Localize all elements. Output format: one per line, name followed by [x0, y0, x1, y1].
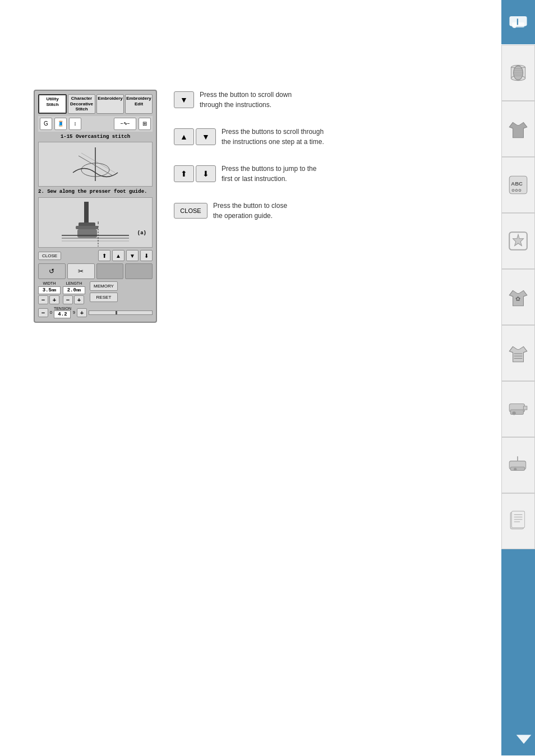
memory-reset-col: MEMORY RESET	[90, 281, 118, 302]
instruction-desc-2: Press the buttons to scroll throughthe i…	[222, 127, 324, 147]
stitch-G-icon[interactable]: G	[40, 118, 52, 130]
instruction-row-1: ▼ Press the button to scroll downthrough…	[174, 90, 490, 110]
shirt-pattern-icon	[507, 342, 529, 364]
needle-svg	[62, 145, 129, 184]
close-button-machine[interactable]: CLOSE	[38, 252, 61, 260]
instructions-area: ▼ Press the button to scroll downthrough…	[174, 90, 490, 238]
tool-scissors[interactable]: ✂	[67, 263, 95, 279]
svg-text:ABC: ABC	[511, 180, 523, 187]
close-button-large[interactable]: CLOSE	[174, 203, 207, 219]
abc-embroidery-icon: ABC ✿✿✿	[507, 174, 529, 196]
width-length-section: WIDTH 3.5mm − + LENGTH 2.0mm − + MEMORY …	[38, 281, 153, 304]
star-frame-icon	[507, 230, 529, 252]
shirt-icon	[507, 118, 529, 140]
tool-empty	[125, 263, 153, 279]
tension-scale	[89, 310, 153, 315]
memory-button[interactable]: MEMORY	[90, 281, 118, 291]
sidebar-tab-machine3[interactable]	[501, 437, 535, 493]
tension-max-label: 9	[73, 310, 75, 314]
tension-value: 4.2	[54, 310, 71, 318]
instruction-desc-1: Press the button to scroll downthrough t…	[200, 90, 292, 110]
tension-plus[interactable]: +	[77, 308, 87, 317]
sidebar-tab-shirt[interactable]	[501, 101, 535, 157]
document-icon	[507, 510, 529, 532]
arrow-icon[interactable]: ↕	[69, 118, 81, 130]
last-button[interactable]: ⬇	[196, 165, 216, 182]
svg-marker-54	[516, 735, 532, 744]
length-plus[interactable]: +	[74, 295, 84, 304]
width-controls: − +	[38, 295, 61, 304]
width-plus[interactable]: +	[49, 295, 59, 304]
instruction-desc-4: Press the button to closethe operation g…	[213, 201, 287, 221]
menu-character-stitch[interactable]: CharacterDecorativeStitch	[68, 94, 95, 114]
tension-min-label: 0	[50, 310, 52, 314]
width-group: WIDTH 3.5mm − +	[38, 281, 61, 304]
instruction-text: 2. Sew along the presser foot guide.	[38, 189, 153, 196]
width-minus[interactable]: −	[38, 295, 48, 304]
svg-rect-4	[84, 202, 89, 224]
stitch-name: 1-15 Overcasting stitch	[38, 134, 153, 140]
tool-undo[interactable]: ↺	[38, 263, 66, 279]
sidebar-tab-shirt-pattern[interactable]	[501, 325, 535, 381]
sidebar-tab-thread[interactable]	[501, 45, 535, 101]
instruction-image-2: i (a)	[38, 197, 153, 248]
length-group: LENGTH 2.0mm − +	[63, 281, 85, 304]
svg-point-37	[512, 411, 515, 415]
svg-rect-16	[517, 18, 518, 25]
arrow-down-icon	[513, 727, 535, 750]
sidebar-tab-document[interactable]	[501, 493, 535, 549]
svg-point-20	[514, 66, 523, 80]
sidebar-tab-shirt-decorative[interactable]: ✿	[501, 269, 535, 325]
length-label: LENGTH	[63, 281, 85, 285]
menu-utility-stitch[interactable]: Utility Stitch	[38, 94, 67, 114]
sidebar-tab-machine2[interactable]	[501, 381, 535, 437]
svg-line-3	[81, 153, 115, 173]
presser-foot-svg: i	[56, 199, 135, 247]
last-page-button[interactable]: ⬇	[140, 250, 153, 261]
sidebar-tab-abc[interactable]: ABC ✿✿✿	[501, 157, 535, 213]
tension-minus[interactable]: −	[38, 308, 48, 317]
tool-fill	[96, 263, 124, 279]
length-minus[interactable]: −	[63, 295, 73, 304]
svg-point-15	[513, 24, 516, 28]
machine3-icon	[507, 454, 529, 476]
svg-text:✿: ✿	[515, 295, 520, 302]
length-controls: − +	[63, 295, 85, 304]
svg-text:i: i	[98, 220, 99, 225]
first-page-button[interactable]: ⬆	[98, 250, 110, 261]
first-button[interactable]: ⬆	[174, 165, 194, 182]
menu-embroidery-edit[interactable]: EmbroideryEdit	[125, 94, 153, 114]
instruction-row-4: CLOSE Press the button to closethe opera…	[174, 201, 490, 221]
thread-icon[interactable]: 🧵	[54, 118, 67, 130]
svg-rect-40	[510, 467, 524, 470]
svg-rect-7	[77, 229, 97, 238]
shirt-decorative-icon: ✿	[507, 286, 529, 308]
next-page-button[interactable]: ▼	[126, 250, 139, 261]
svg-text:✿✿✿: ✿✿✿	[511, 188, 522, 193]
instruction-image-1	[38, 142, 153, 187]
prev-page-button[interactable]: ▲	[112, 250, 124, 261]
up-down-buttons: ▲ ▼	[174, 128, 216, 145]
scroll-up-button[interactable]: ▲	[174, 128, 194, 145]
sidebar-tab-bottom-blue[interactable]	[501, 549, 535, 756]
reset-button[interactable]: RESET	[90, 293, 118, 302]
tools-row: ↺ ✂	[38, 263, 153, 279]
scroll-down-button-2[interactable]: ▼	[196, 128, 216, 145]
svg-rect-38	[523, 406, 527, 410]
nav-row: CLOSE ⬆ ▲ ▼ ⬇	[38, 250, 153, 261]
svg-rect-6	[76, 226, 98, 229]
svg-marker-30	[513, 234, 524, 245]
machine2-icon	[507, 398, 529, 420]
width-value: 3.5mm	[38, 286, 61, 294]
sidebar-tab-star[interactable]	[501, 213, 535, 269]
scroll-down-button[interactable]: ▼	[174, 91, 194, 108]
length-value: 2.0mm	[63, 286, 85, 294]
thread-spool-icon	[507, 62, 529, 84]
stitch-preview: ~∿~	[114, 118, 136, 130]
menu-embroidery[interactable]: Embroidery	[96, 94, 124, 114]
machine-panel: Utility Stitch CharacterDecorativeStitch…	[34, 90, 157, 323]
sidebar-tab-top-blue[interactable]	[501, 0, 535, 45]
tension-label: TENSION	[54, 307, 71, 310]
instruction-row-3: ⬆ ⬇ Press the buttons to jump to thefirs…	[174, 164, 490, 184]
tension-row: − 0 TENSION 4.2 9 +	[38, 307, 153, 318]
